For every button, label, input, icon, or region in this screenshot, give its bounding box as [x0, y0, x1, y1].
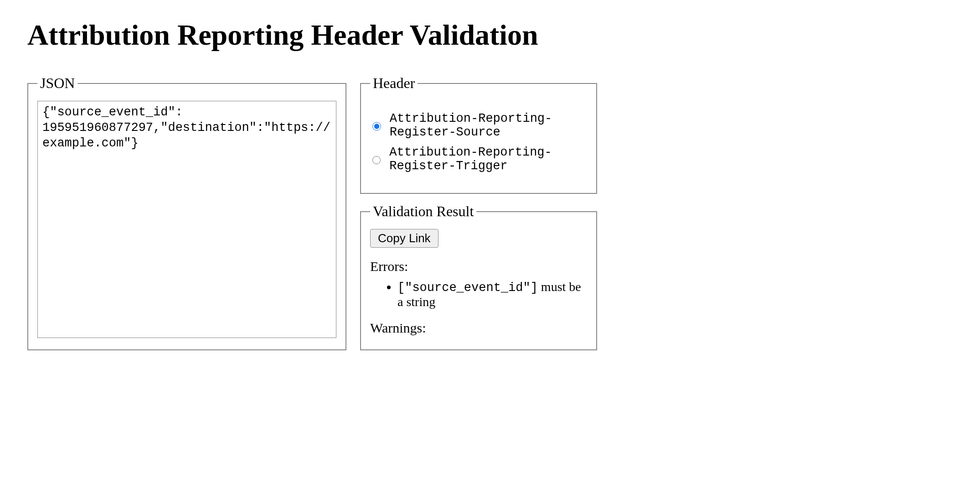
json-input[interactable] [37, 101, 336, 338]
error-path: ["source_event_id"] [397, 281, 538, 295]
radio-source-label: Attribution-Reporting-Register-Source [390, 112, 587, 139]
header-legend: Header [370, 75, 418, 92]
json-column: JSON [27, 75, 346, 350]
errors-list: ["source_event_id"] must be a string [370, 280, 587, 309]
json-legend: JSON [37, 75, 77, 92]
errors-heading: Errors: [370, 259, 587, 274]
right-column: Header Attribution-Reporting-Register-So… [360, 75, 597, 350]
header-option-source[interactable]: Attribution-Reporting-Register-Source [370, 112, 587, 139]
error-item: ["source_event_id"] must be a string [397, 280, 587, 309]
json-fieldset: JSON [27, 75, 346, 350]
header-option-trigger[interactable]: Attribution-Reporting-Register-Trigger [370, 146, 587, 173]
radio-trigger[interactable] [372, 154, 381, 166]
radio-source[interactable] [372, 120, 381, 132]
result-legend: Validation Result [370, 203, 476, 220]
radio-trigger-label: Attribution-Reporting-Register-Trigger [389, 146, 587, 173]
copy-link-button[interactable]: Copy Link [370, 229, 438, 248]
result-fieldset: Validation Result Copy Link Errors: ["so… [360, 203, 597, 350]
main-columns: JSON Header Attribution-Reporting-Regist… [27, 75, 953, 350]
page-title: Attribution Reporting Header Validation [27, 18, 953, 52]
header-fieldset: Header Attribution-Reporting-Register-So… [360, 75, 597, 194]
warnings-heading: Warnings: [370, 320, 587, 336]
